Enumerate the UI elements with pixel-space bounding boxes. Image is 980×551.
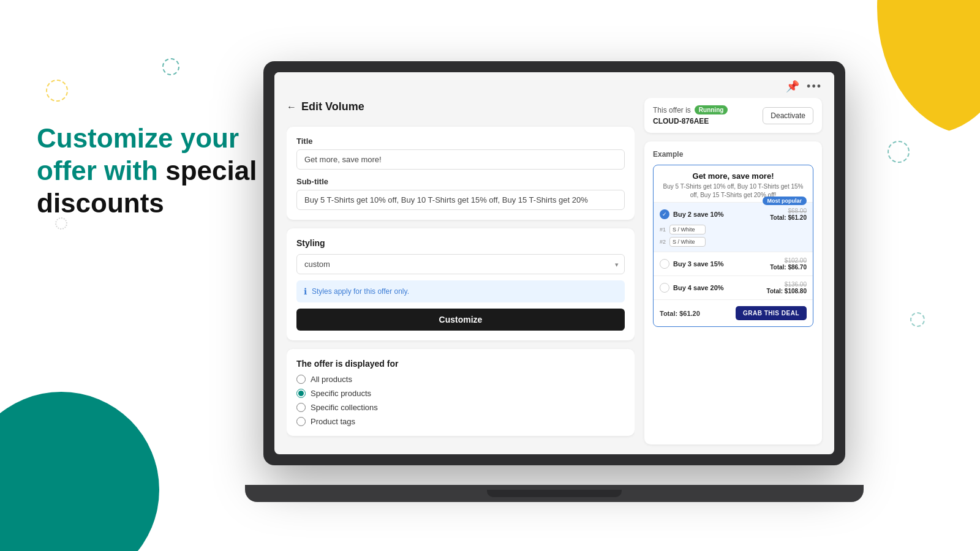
offer-option-3-price: $136.00 Total: $108.80 [767,281,807,294]
top-bar: 📌 ••• [274,72,834,98]
most-popular-badge: Most popular [763,197,807,205]
offer-check-icon: ✓ [660,209,669,219]
offer-option-1-left: ✓ Buy 2 save 10% [660,209,724,219]
offer-option-3-total: Total: $108.80 [767,288,807,294]
status-label: This offer is [653,106,691,114]
widget-title: Get more, save more! [660,171,807,181]
offer-option-1-name: Buy 2 save 10% [673,211,724,218]
laptop-screen: 📌 ••• ← Edit Volume [274,72,834,454]
radio-all-products[interactable]: All products [296,375,625,384]
offer-option-3-name: Buy 4 save 20% [673,284,724,291]
more-options-icon[interactable]: ••• [807,80,822,93]
variant-label-1: #1 [660,227,667,233]
subtitle-input[interactable] [296,190,625,210]
radio-group: All products Specific products Specific … [296,375,625,426]
headline-teal-1: Customize your [37,123,239,153]
offer-option-3-left: Buy 4 save 20% [660,283,724,293]
page-title: Edit Volume [301,100,364,113]
status-bar: This offer is Running CLOUD-876AEE Deact… [644,98,822,133]
offer-code: CLOUD-876AEE [653,117,728,126]
deco-circle-4 [888,141,910,163]
variant-selects-1: #1 S / White #2 S / [660,225,807,247]
styling-label: Styling [296,238,625,248]
variant-select-1[interactable]: S / White [669,225,706,234]
offer-option-1[interactable]: Most popular ✓ Buy 2 save 10% $68.00 [654,202,813,252]
pin-icon[interactable]: 📌 [786,80,799,93]
offer-option-2-row: Buy 3 save 15% $102.00 Total: $86.70 [660,257,807,271]
offer-option-2-original: $102.00 [770,257,807,264]
radio-specific-collections-input[interactable] [296,403,306,412]
widget-footer: Total: $61.20 GRAB THIS DEAL [654,299,813,326]
offer-option-3-row: Buy 4 save 20% $136.00 Total: $108.80 [660,281,807,294]
headline-teal-2: offer with [37,156,158,186]
radio-product-tags-input[interactable] [296,417,306,426]
status-badge: Running [695,105,728,114]
radio-product-tags[interactable]: Product tags [296,417,625,426]
info-text: Styles apply for this offer only. [312,287,409,296]
status-left: This offer is Running CLOUD-876AEE [653,105,728,126]
deactivate-button[interactable]: Deactivate [763,107,813,124]
laptop-notch [487,490,622,497]
deco-circle-1 [162,58,179,75]
styling-select-wrapper: custom default minimal ▾ [296,254,625,274]
info-icon: ℹ [304,287,307,296]
radio-all-label: All products [311,375,352,384]
variant-select-2[interactable]: S / White [669,237,706,247]
preview-panel: This offer is Running CLOUD-876AEE Deact… [644,98,822,444]
offer-option-2-price: $102.00 Total: $86.70 [770,257,807,271]
form-panel: ← Edit Volume Title Sub-title [287,98,635,444]
deco-circle-5 [910,312,925,327]
radio-all-input[interactable] [296,375,306,384]
footer-total: Total: $61.20 [660,310,700,317]
offer-option-3-original: $136.00 [767,281,807,288]
status-row: This offer is Running [653,105,728,114]
styling-section: Styling custom default minimal ▾ ℹ [287,228,635,340]
offer-option-1-original: $68.00 [770,208,807,214]
offer-option-1-total: Total: $61.20 [770,214,807,221]
offer-option-2-left: Buy 3 save 15% [660,259,724,269]
app-container: 📌 ••• ← Edit Volume [274,72,834,454]
offer-widget: Get more, save more! Buy 5 T-Shirts get … [653,165,813,327]
offer-option-2[interactable]: Buy 3 save 15% $102.00 Total: $86.70 [654,252,813,276]
headline-black-2: discounts [37,188,164,218]
laptop-base [245,485,864,502]
main-content: ← Edit Volume Title Sub-title [274,98,834,454]
variant-row-2: #2 S / White [660,237,807,247]
radio-specific-collections[interactable]: Specific collections [296,403,625,412]
customize-button[interactable]: Customize [296,309,625,331]
subtitle-label: Sub-title [296,177,625,186]
deco-circle-2 [46,80,68,102]
left-panel: Customize your offer with special discou… [37,122,270,219]
radio-specific-collections-label: Specific collections [311,403,378,412]
offer-option-1-price: $68.00 Total: $61.20 [770,208,807,221]
offer-option-2-total: Total: $86.70 [770,264,807,271]
title-input[interactable] [296,149,625,170]
yellow-decoration [845,0,980,135]
display-label: The offer is displayed for [296,359,625,369]
offer-option-3[interactable]: Buy 4 save 20% $136.00 Total: $108.80 [654,276,813,299]
top-bar-icons: 📌 ••• [786,80,822,93]
radio-specific-products[interactable]: Specific products [296,389,625,398]
offer-circle-3 [660,283,669,293]
example-card: Example Get more, save more! Buy 5 T-Shi… [644,141,822,444]
title-label: Title [296,137,625,146]
offer-option-2-name: Buy 3 save 15% [673,260,724,268]
title-section: Title Sub-title [287,127,635,220]
headline-black-1: special [165,156,257,186]
radio-specific-products-input[interactable] [296,389,306,398]
back-button[interactable]: ← [287,102,296,113]
offer-option-1-row: ✓ Buy 2 save 10% $68.00 Total: $61.20 [660,208,807,221]
grab-deal-button[interactable]: GRAB THIS DEAL [736,306,807,320]
teal-decoration [0,392,159,551]
page-header: ← Edit Volume [287,98,635,118]
laptop-body: 📌 ••• ← Edit Volume [263,61,845,465]
radio-product-tags-label: Product tags [311,417,355,426]
variant-label-2: #2 [660,239,667,245]
radio-specific-products-label: Specific products [311,389,371,398]
display-section: The offer is displayed for All products … [287,349,635,436]
info-banner: ℹ Styles apply for this offer only. [296,280,625,302]
styling-select[interactable]: custom default minimal [296,254,625,274]
laptop-wrapper: 📌 ••• ← Edit Volume [263,37,845,514]
variant-row-1: #1 S / White [660,225,807,234]
offer-circle-2 [660,259,669,269]
